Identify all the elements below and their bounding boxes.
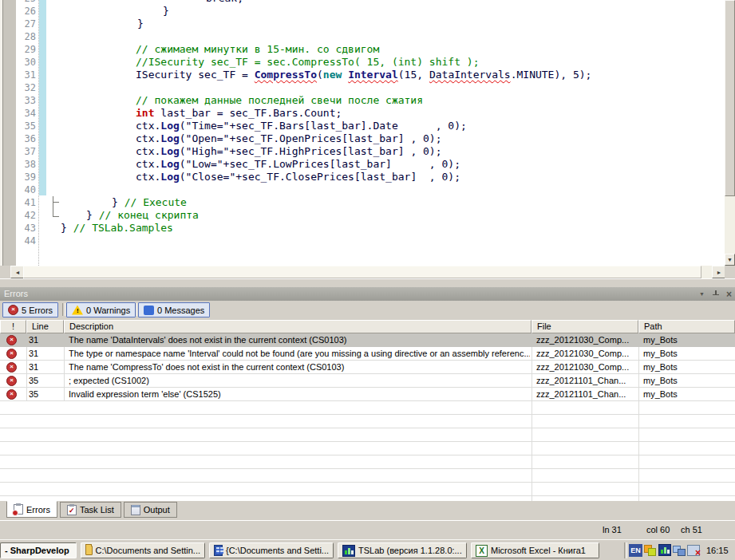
column-header-path[interactable]: Path	[638, 320, 735, 333]
code-segment: // покажем данные последней свечи после …	[136, 94, 423, 106]
code-segment: ctx.	[136, 120, 160, 132]
error-row[interactable]: 31The type or namespace name 'Interval' …	[0, 347, 735, 361]
code-line[interactable]: }	[163, 5, 169, 18]
column-header-line[interactable]: Line	[26, 320, 64, 333]
taskbar-clock[interactable]: 16:15	[706, 546, 729, 555]
error-cell-path: my_Bots	[643, 374, 733, 387]
taskbar-button-sharpdevelop[interactable]: - SharpDevelop	[0, 542, 77, 558]
code-line[interactable]: } // TSLab.Samples	[61, 222, 173, 235]
errors-tab-icon	[14, 504, 23, 515]
auto-hide-pin-icon[interactable]	[712, 290, 719, 298]
error-icon	[6, 335, 17, 345]
code-line[interactable]: ctx.Log("Open="+sec_TF.OpenPrices[last_b…	[136, 132, 442, 145]
error-row[interactable]: 35Invalid expression term 'else' (CS1525…	[0, 388, 735, 401]
editor-horizontal-scrollbar[interactable]: ◄ ►	[0, 266, 735, 278]
code-line[interactable]: ctx.Log("Close="+sec_TF.ClosePrices[last…	[136, 171, 460, 183]
code-line[interactable]: // сжимаем минутки в 15-мин. со сдвигом	[136, 43, 379, 56]
tslab-chart-icon[interactable]	[658, 544, 671, 556]
tab-errors[interactable]: Errors	[6, 501, 57, 518]
close-icon[interactable]: ×	[726, 290, 732, 298]
error-icon	[6, 389, 17, 400]
code-line[interactable]: } // конец скрипта	[86, 209, 199, 222]
tab-label: Task List	[80, 505, 114, 515]
taskbar-button-label: {C:\Documents and Setti...	[226, 546, 329, 555]
network-offline-icon[interactable]	[687, 545, 700, 556]
panel-titlebar-buttons: ▼ ×	[699, 287, 732, 301]
code-segment: ("Time="+sec_TF.Bars[last_bar].Date , 0)…	[180, 120, 467, 132]
code-segment: }	[86, 209, 99, 221]
code-line[interactable]: break;	[206, 0, 243, 5]
error-cell-description: The type or namespace name 'Interval' co…	[69, 347, 530, 360]
code-line[interactable]: //ISecurity sec_TF = sec.CompressTo( 15,…	[136, 56, 479, 69]
taskbar-button-label: - SharpDevelop	[5, 546, 69, 555]
line-number: 31	[16, 69, 36, 81]
editor-vertical-scrollbar[interactable]: ▼	[725, 0, 735, 266]
taskbar-button-tslab[interactable]: TSLab (версия 1.1.28.0:...	[338, 542, 467, 558]
code-line[interactable]: }	[137, 18, 144, 30]
line-number: 44	[16, 235, 36, 247]
bottom-panel-tabs: ErrorsTask ListOutput	[0, 501, 735, 520]
language-indicator[interactable]: EN	[629, 544, 642, 557]
error-cell-line: 31	[29, 361, 61, 373]
scroll-down-button[interactable]: ▼	[725, 254, 735, 266]
code-editor: 2526272829303132333435363738394041424344…	[0, 0, 735, 278]
error-cell-file: zzz_20121030_Comp...	[536, 361, 635, 373]
scrollbar-corner	[725, 266, 735, 278]
column-header-description[interactable]: Description	[64, 320, 531, 333]
code-line[interactable]: ctx.Log("High="+sec_TF.HighPrices[last_b…	[136, 145, 442, 158]
column-header-file[interactable]: File	[531, 320, 638, 333]
taskbar-button-explorer-window[interactable]: C:\Documents and Settin...	[81, 542, 205, 558]
tab-label: Errors	[26, 505, 50, 515]
tray-app-icon[interactable]	[644, 544, 657, 556]
error-list: !LineDescriptionFilePath 31The name 'Dat…	[0, 320, 735, 501]
toolbar-button-label: 0 Warnings	[86, 306, 130, 315]
taskbar-button-app-window[interactable]: {C:\Documents and Setti...	[209, 542, 334, 558]
horizontal-scrollbar-thumb[interactable]	[23, 266, 701, 278]
vertical-scrollbar-thumb[interactable]	[725, 0, 735, 196]
code-text-area[interactable]: break;}}// сжимаем минутки в 15-мин. со …	[46, 0, 725, 266]
error-cell-path: my_Bots	[643, 333, 733, 346]
code-segment: ctx.	[136, 158, 160, 170]
code-segment: // Execute	[124, 196, 187, 208]
error-cell-description: ; expected (CS1002)	[69, 374, 530, 387]
tab-task-list[interactable]: Task List	[60, 502, 121, 518]
error-row[interactable]: 35; expected (CS1002)zzz_20121101_Chan..…	[0, 374, 735, 388]
chart-icon	[342, 545, 355, 557]
code-segment: last_bar = sec_TF.Bars.Count;	[154, 107, 342, 119]
line-number: 35	[16, 120, 36, 132]
messages-filter-button[interactable]: 0 Messages	[138, 302, 210, 317]
code-segment: }	[137, 18, 144, 30]
code-segment: ("Open="+sec_TF.OpenPrices[last_bar] , 0…	[180, 132, 442, 144]
fold-bracket-line	[53, 196, 53, 217]
code-segment: Log	[160, 120, 179, 132]
network-icon[interactable]	[673, 544, 686, 556]
code-segment: }	[112, 196, 124, 208]
column-header-severity[interactable]: !	[0, 320, 26, 333]
taskbar-button-excel[interactable]: Microsoft Excel - Книга1	[471, 542, 599, 558]
tab-output[interactable]: Output	[124, 502, 177, 518]
line-number-gutter: 2526272829303132333435363738394041424344	[16, 0, 39, 266]
code-line[interactable]: ctx.Log("Low="+sec_TF.LowPrices[last_bar…	[136, 158, 460, 171]
errors-filter-button[interactable]: 5 Errors	[2, 302, 58, 317]
error-cell-description: The name 'CompressTo' does not exist in …	[69, 361, 530, 373]
code-segment: break;	[206, 0, 243, 4]
saved-lines-marker	[39, 0, 46, 195]
code-line[interactable]: ISecurity sec_TF = CompressTo(new Interv…	[136, 69, 591, 81]
chevron-down-icon[interactable]: ▼	[699, 287, 705, 301]
error-row[interactable]: 31The name 'DataIntervals' does not exis…	[0, 333, 735, 347]
error-cell-line: 31	[29, 333, 61, 346]
editor-icon-margin[interactable]	[2, 0, 17, 266]
status-bar: ln 31 col 60 ch 51	[0, 520, 735, 539]
tray-separator	[624, 542, 627, 558]
code-line[interactable]: } // Execute	[112, 196, 187, 209]
code-line[interactable]: ctx.Log("Time="+sec_TF.Bars[last_bar].Da…	[136, 120, 467, 132]
code-line[interactable]: // покажем данные последней свечи после …	[136, 94, 423, 107]
code-line[interactable]: int last_bar = sec_TF.Bars.Count;	[136, 107, 342, 120]
code-segment: ctx.	[136, 171, 160, 183]
line-number: 42	[16, 209, 36, 222]
error-row[interactable]: 31The name 'CompressTo' does not exist i…	[0, 361, 735, 374]
warnings-filter-button[interactable]: 0 Warnings	[66, 302, 136, 317]
line-number: 40	[16, 183, 36, 196]
taskbar-button-label: Microsoft Excel - Книга1	[491, 546, 586, 555]
line-number: 27	[16, 18, 36, 30]
